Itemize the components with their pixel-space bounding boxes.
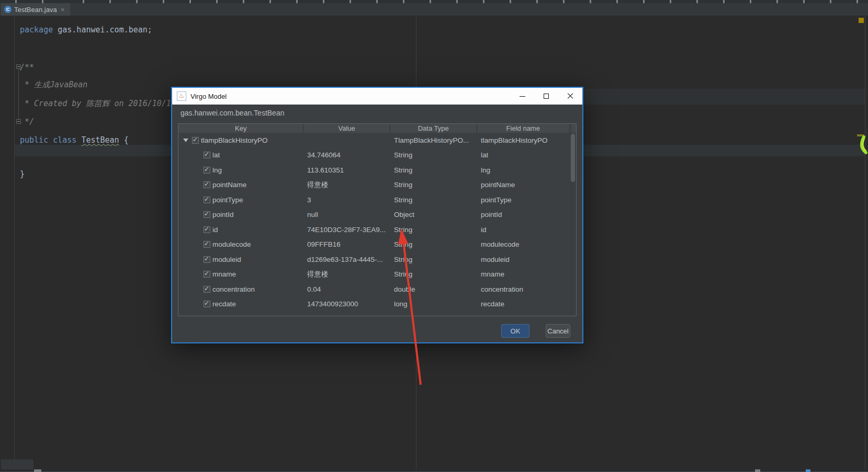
tool-window-button[interactable] — [1, 459, 33, 469]
header-value[interactable]: Value — [303, 124, 390, 133]
field-name-cell: id — [478, 226, 571, 234]
header-key[interactable]: Key — [178, 124, 303, 133]
close-icon — [567, 93, 573, 99]
code-line: package gas.hanwei.com.bean; — [20, 24, 152, 36]
row-checkbox[interactable] — [204, 271, 210, 278]
key-cell: tlampBlackHistoryPO — [178, 136, 304, 144]
fold-marker-icon[interactable] — [16, 119, 21, 124]
gutter-separator — [14, 16, 15, 470]
key-cell: concentration — [178, 285, 304, 293]
table-row[interactable]: recdate1473400923000longrecdate — [178, 297, 576, 312]
value-cell: 34.746064 — [304, 151, 391, 159]
table-scrollbar[interactable] — [571, 134, 575, 182]
data-type-cell: String — [391, 166, 478, 174]
data-type-cell: String — [391, 151, 478, 159]
field-name-cell: pointId — [478, 211, 571, 218]
collapse-triangle-icon[interactable] — [183, 139, 188, 142]
value-cell: 得意楼 — [304, 180, 391, 190]
tab-close-icon[interactable]: × — [61, 6, 65, 13]
key-label: moduleid — [212, 256, 241, 263]
key-cell: pointId — [178, 211, 304, 218]
ok-button[interactable]: OK — [501, 324, 529, 338]
window-controls — [510, 88, 582, 105]
data-type-cell: String — [391, 181, 478, 189]
dialog-titlebar[interactable]: ♨ Virgo Model — [172, 88, 582, 105]
data-type-cell: String — [391, 196, 478, 204]
fold-marker-icon[interactable] — [16, 64, 21, 69]
fold-region-line — [18, 69, 19, 120]
table-row[interactable]: moduleidd1269e63-137a-4445-...Stringmodu… — [178, 252, 576, 267]
maximize-button[interactable] — [534, 88, 558, 105]
tab-testbean-java[interactable]: C TestBean.java × — [1, 3, 70, 16]
key-label: pointName — [212, 181, 246, 189]
field-name-cell: recdate — [478, 300, 571, 308]
row-checkbox[interactable] — [204, 241, 210, 248]
value-cell: 1473400923000 — [304, 300, 391, 308]
cancel-button[interactable]: Cancel — [546, 324, 570, 338]
key-cell: mname — [178, 270, 304, 278]
field-name-cell: lat — [478, 151, 571, 159]
field-name-cell: pointType — [478, 196, 571, 204]
code-line: public class TestBean { — [20, 134, 129, 146]
key-cell: id — [178, 226, 304, 234]
key-label: lng — [212, 166, 222, 174]
code-line: */ — [20, 116, 34, 128]
code-line: * Created by 陈苗辉 on 2016/10/18. — [20, 97, 181, 110]
data-type-cell: Object — [391, 211, 478, 218]
field-name-cell: pointName — [478, 181, 571, 189]
row-checkbox[interactable] — [204, 167, 210, 174]
warning-stripe-mark[interactable] — [857, 134, 864, 136]
value-cell: 得意楼 — [304, 270, 391, 279]
table-row[interactable]: tlampBlackHistoryPOTlampBlackHistoryPO..… — [178, 133, 576, 148]
right-pane-highlight — [582, 89, 865, 105]
table-row[interactable]: pointIdnullObjectpointId — [178, 208, 576, 223]
value-cell: 0.04 — [304, 285, 391, 293]
dialog-title: Virgo Model — [190, 93, 227, 100]
header-field-name[interactable]: Field name — [477, 124, 570, 133]
value-cell: 113.610351 — [304, 166, 391, 174]
row-checkbox[interactable] — [204, 301, 210, 307]
key-label: modulecode — [212, 240, 251, 248]
table-row[interactable]: modulecode09FFFB16Stringmodulecode — [178, 237, 576, 252]
code-line: } — [20, 168, 25, 180]
table-row[interactable]: concentration0.04doubleconcentration — [178, 282, 576, 297]
warning-stripe-square[interactable] — [859, 18, 864, 23]
editor-tab-bar: C TestBean.java × — [0, 3, 868, 16]
row-checkbox[interactable] — [204, 152, 210, 158]
field-name-cell: mname — [478, 270, 571, 278]
row-checkbox[interactable] — [192, 137, 199, 144]
row-checkbox[interactable] — [204, 197, 210, 203]
key-label: concentration — [212, 285, 255, 293]
header-data-type[interactable]: Data Type — [390, 124, 477, 133]
value-cell: 09FFFB16 — [304, 240, 391, 248]
key-cell: recdate — [178, 300, 304, 308]
row-checkbox[interactable] — [204, 211, 210, 218]
row-checkbox[interactable] — [204, 286, 210, 293]
table-row[interactable]: lat34.746064Stringlat — [178, 148, 576, 163]
key-cell: modulecode — [178, 240, 304, 248]
key-label: recdate — [212, 300, 236, 308]
key-label: mname — [212, 270, 236, 278]
maximize-icon — [544, 94, 549, 99]
tool-window-button-edge — [35, 459, 35, 470]
status-icon-right-blue — [806, 469, 810, 472]
table-row[interactable]: mname得意楼Stringmname — [178, 267, 576, 282]
row-checkbox[interactable] — [204, 226, 210, 233]
row-checkbox[interactable] — [204, 181, 210, 188]
key-label: pointId — [212, 211, 234, 218]
row-checkbox[interactable] — [204, 256, 210, 263]
close-button[interactable] — [558, 88, 582, 105]
virgo-model-dialog: ♨ Virgo Model gas.hanwei.com.bean.TestBe… — [171, 87, 583, 343]
ide-window: C TestBean.java × package gas.hanwei.com… — [0, 0, 868, 472]
value-cell: 3 — [304, 196, 391, 204]
table-row[interactable]: id74E10D3C-28F7-3EA9...Stringid — [178, 222, 576, 237]
table-row[interactable]: pointName得意楼StringpointName — [178, 178, 576, 193]
field-name-cell: modulecode — [478, 240, 571, 248]
minimize-button[interactable] — [510, 88, 534, 105]
table-row[interactable]: lng113.610351Stringlng — [178, 163, 576, 178]
value-cell: d1269e63-137a-4445-... — [304, 256, 391, 263]
error-stripe-edge — [865, 16, 865, 470]
table-header-row: Key Value Data Type Field name — [178, 124, 576, 133]
table-row[interactable]: pointType3StringpointType — [178, 192, 576, 208]
data-type-cell: TlampBlackHistoryPO... — [391, 136, 478, 144]
